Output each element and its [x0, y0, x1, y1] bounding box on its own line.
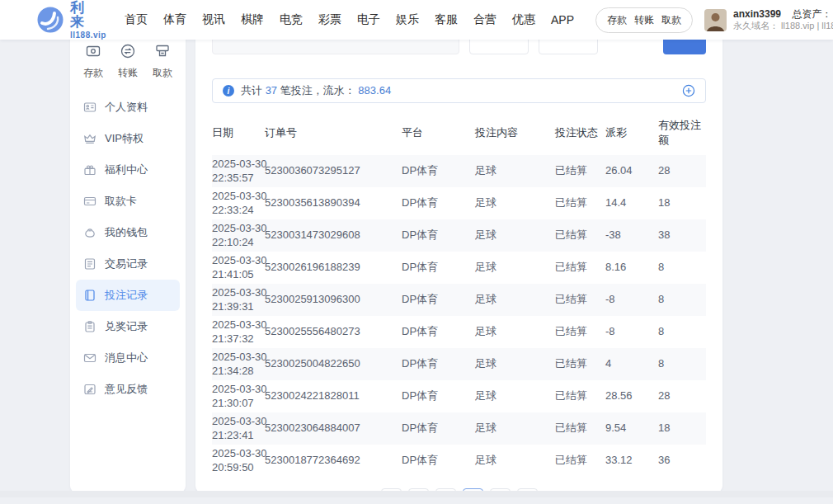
cell-status: 已结算 — [555, 252, 605, 284]
table-row[interactable]: 2025-03-3021:23:41 5230023064884007 DP体育… — [212, 412, 706, 445]
sidebar-item-vip[interactable]: VIP特权 — [76, 123, 180, 154]
quick-transfer[interactable]: 转账 — [118, 43, 138, 80]
nav-item[interactable]: 合营 — [473, 12, 497, 27]
filter-row — [212, 40, 706, 54]
nav-item[interactable]: 电竞 — [280, 12, 303, 27]
nav-item[interactable]: 优惠 — [512, 12, 535, 27]
feedback-pen-icon — [83, 383, 96, 396]
cell-status: 已结算 — [555, 380, 605, 412]
cell-order: 5230026196188239 — [265, 252, 402, 284]
table-row[interactable]: 2025-03-3022:10:24 5230031473029608 DP体育… — [212, 219, 706, 252]
nav-item[interactable]: 体育 — [163, 12, 186, 27]
sidebar-item-profile[interactable]: 个人资料 — [76, 92, 180, 123]
main-nav: 首页体育视讯棋牌电竞彩票电子娱乐客服合营优惠APP — [125, 12, 574, 27]
cell-content: 足球 — [475, 187, 555, 219]
id-card-icon — [83, 101, 96, 114]
query-button[interactable] — [663, 40, 706, 54]
sidebar: 存款 转账 取款 — [70, 40, 186, 492]
avatar[interactable] — [704, 9, 727, 31]
cell-order: 5230031473029608 — [265, 219, 402, 252]
top-header: 利 来 ll188.vip 首页体育视讯棋牌电竞彩票电子娱乐客服合营优惠APP … — [0, 0, 833, 40]
table-row[interactable]: 2025-03-3022:35:57 5230036073295127 DP体育… — [212, 155, 706, 187]
nav-item[interactable]: 棋牌 — [241, 12, 264, 27]
cell-order: 5230024221828011 — [265, 380, 402, 412]
cell-valid: 36 — [658, 445, 706, 477]
cell-platform: DP体育 — [402, 380, 475, 412]
quick-deposit[interactable]: 存款 — [83, 43, 103, 80]
nav-item[interactable]: 客服 — [435, 12, 458, 27]
quick-withdraw[interactable]: 取款 — [153, 43, 172, 80]
cell-order: 5230025913096300 — [265, 284, 402, 316]
col-date: 日期 — [212, 113, 265, 155]
table-row[interactable]: 2025-03-3020:59:50 5230018772364692 DP体育… — [212, 445, 706, 477]
nav-item[interactable]: APP — [551, 13, 574, 26]
nav-item[interactable]: 娱乐 — [396, 12, 419, 27]
user-box[interactable]: anxin3399 总资产： 1363.49元 永久域名： ll188.vip … — [704, 8, 833, 32]
cell-platform: DP体育 — [402, 187, 475, 219]
cell-payout: 14.4 — [605, 187, 658, 219]
cell-platform: DP体育 — [402, 348, 475, 380]
cell-valid: 8 — [658, 252, 706, 284]
filter-select-1[interactable] — [469, 40, 529, 54]
bet-records-table: 日期 订单号 平台 投注内容 投注状态 派彩 有效投注额 2025-03-302… — [212, 113, 706, 477]
bet-count: 37 — [266, 84, 277, 97]
col-order: 订单号 — [265, 113, 402, 155]
logo-icon — [36, 6, 64, 34]
wallet-pill-item[interactable]: 转账 — [634, 13, 654, 27]
sidebar-item-bet-records[interactable]: 投注记录 — [76, 280, 180, 311]
sidebar-item-welfare[interactable]: 福利中心 — [76, 154, 180, 186]
cell-order: 5230023064884007 — [265, 412, 402, 445]
sidebar-item-transactions[interactable]: 交易记录 — [76, 248, 180, 280]
col-valid: 有效投注额 — [658, 113, 706, 155]
col-platform: 平台 — [402, 113, 475, 155]
deposit-icon — [85, 43, 101, 62]
col-status: 投注状态 — [555, 113, 605, 155]
cell-platform: DP体育 — [402, 412, 475, 445]
table-row[interactable]: 2025-03-3021:30:07 5230024221828011 DP体育… — [212, 380, 706, 412]
cell-payout: 28.56 — [605, 380, 658, 412]
date-range-input[interactable] — [212, 40, 459, 54]
cell-payout: -8 — [605, 316, 658, 348]
table-row[interactable]: 2025-03-3021:34:28 5230025004822650 DP体育… — [212, 348, 706, 380]
cell-date: 2025-03-3021:23:41 — [212, 412, 265, 445]
cell-valid: 8 — [658, 348, 706, 380]
wallet-pill-item[interactable]: 存款 — [607, 13, 627, 27]
cell-status: 已结算 — [555, 348, 605, 380]
cell-payout: 4 — [605, 348, 658, 380]
cell-status: 已结算 — [555, 155, 605, 187]
assets-label: 总资产： — [792, 8, 831, 20]
sidebar-item-messages[interactable]: 消息中心 — [76, 342, 180, 374]
sidebar-item-withdraw-card[interactable]: 取款卡 — [76, 186, 180, 217]
table-row[interactable]: 2025-03-3021:37:32 5230025556480273 DP体育… — [212, 316, 706, 348]
cell-content: 足球 — [475, 316, 555, 348]
cell-date: 2025-03-3021:34:28 — [212, 348, 265, 380]
cell-payout: -38 — [605, 219, 658, 252]
cell-status: 已结算 — [555, 219, 605, 252]
sidebar-item-feedback[interactable]: 意见反馈 — [76, 374, 180, 405]
turnover-value: 883.64 — [358, 84, 391, 97]
nav-item[interactable]: 首页 — [125, 12, 148, 27]
nav-item[interactable]: 彩票 — [318, 12, 341, 27]
footer-strip — [0, 491, 833, 497]
sidebar-item-prize-records[interactable]: 兑奖记录 — [76, 311, 180, 342]
info-icon: i — [223, 85, 234, 97]
table-row[interactable]: 2025-03-3022:33:24 5230035613890394 DP体育… — [212, 187, 706, 219]
table-header-row: 日期 订单号 平台 投注内容 投注状态 派彩 有效投注额 — [212, 113, 706, 155]
cell-date: 2025-03-3022:10:24 — [212, 219, 265, 252]
ledger-icon — [83, 257, 96, 271]
cell-content: 足球 — [475, 219, 555, 252]
cell-order: 5230036073295127 — [265, 155, 402, 187]
cell-date: 2025-03-3021:30:07 — [212, 380, 265, 412]
logo[interactable]: 利 来 ll188.vip — [36, 1, 106, 40]
table-row[interactable]: 2025-03-3021:41:05 5230026196188239 DP体育… — [212, 252, 706, 284]
filter-select-2[interactable] — [539, 40, 598, 54]
nav-item[interactable]: 电子 — [357, 12, 380, 27]
cell-content: 足球 — [475, 348, 555, 380]
sidebar-item-wallet[interactable]: 我的钱包 — [76, 217, 180, 248]
nav-item[interactable]: 视讯 — [202, 12, 225, 27]
table-row[interactable]: 2025-03-3021:39:31 5230025913096300 DP体育… — [212, 284, 706, 316]
expand-plus-icon[interactable] — [682, 84, 695, 97]
cell-content: 足球 — [475, 252, 555, 284]
wallet-pill-item[interactable]: 取款 — [661, 13, 681, 27]
summary-prefix: 共计 — [241, 84, 262, 97]
